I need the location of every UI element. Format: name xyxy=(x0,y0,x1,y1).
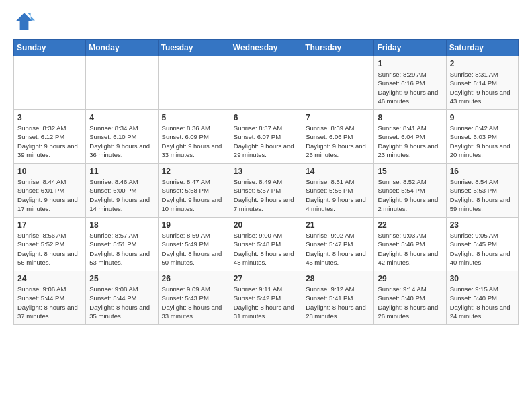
calendar-cell: 2Sunrise: 8:31 AM Sunset: 6:14 PM Daylig… xyxy=(446,56,518,110)
day-info: Sunrise: 8:57 AM Sunset: 5:51 PM Dayligh… xyxy=(89,231,154,267)
calendar-cell: 27Sunrise: 9:11 AM Sunset: 5:42 PM Dayli… xyxy=(230,271,302,325)
weekday-thursday: Thursday xyxy=(302,40,374,56)
calendar-week-3: 17Sunrise: 8:56 AM Sunset: 5:52 PM Dayli… xyxy=(14,218,519,271)
day-info: Sunrise: 9:15 AM Sunset: 5:40 PM Dayligh… xyxy=(450,285,515,320)
day-number: 28 xyxy=(306,274,370,283)
day-info: Sunrise: 9:09 AM Sunset: 5:43 PM Dayligh… xyxy=(162,285,226,320)
day-info: Sunrise: 9:05 AM Sunset: 5:45 PM Dayligh… xyxy=(450,231,515,267)
day-number: 12 xyxy=(162,167,226,176)
day-info: Sunrise: 8:39 AM Sunset: 6:06 PM Dayligh… xyxy=(306,124,370,159)
calendar-cell: 15Sunrise: 8:52 AM Sunset: 5:54 PM Dayli… xyxy=(374,164,446,218)
calendar-cell: 23Sunrise: 9:05 AM Sunset: 5:45 PM Dayli… xyxy=(446,218,518,271)
calendar-cell: 25Sunrise: 9:08 AM Sunset: 5:44 PM Dayli… xyxy=(86,271,158,325)
calendar-cell: 5Sunrise: 8:36 AM Sunset: 6:09 PM Daylig… xyxy=(158,110,230,164)
calendar-week-0: 1Sunrise: 8:29 AM Sunset: 6:16 PM Daylig… xyxy=(14,56,519,110)
day-number: 18 xyxy=(89,220,154,230)
weekday-monday: Monday xyxy=(86,40,158,56)
day-info: Sunrise: 8:36 AM Sunset: 6:09 PM Dayligh… xyxy=(162,124,226,159)
calendar-week-1: 3Sunrise: 8:32 AM Sunset: 6:12 PM Daylig… xyxy=(14,110,519,164)
logo-icon xyxy=(13,11,35,32)
calendar-table: SundayMondayTuesdayWednesdayThursdayFrid… xyxy=(13,39,519,325)
day-number: 27 xyxy=(234,274,298,283)
calendar-cell: 3Sunrise: 8:32 AM Sunset: 6:12 PM Daylig… xyxy=(14,110,86,164)
day-number: 10 xyxy=(17,167,82,176)
day-number: 9 xyxy=(450,113,515,122)
day-number: 29 xyxy=(378,274,442,283)
weekday-friday: Friday xyxy=(374,40,446,56)
day-info: Sunrise: 8:32 AM Sunset: 6:12 PM Dayligh… xyxy=(17,124,82,159)
day-number: 24 xyxy=(17,274,82,283)
day-number: 6 xyxy=(234,113,298,122)
calendar-week-2: 10Sunrise: 8:44 AM Sunset: 6:01 PM Dayli… xyxy=(14,164,519,218)
calendar-cell: 21Sunrise: 9:02 AM Sunset: 5:47 PM Dayli… xyxy=(302,218,374,271)
day-info: Sunrise: 8:47 AM Sunset: 5:58 PM Dayligh… xyxy=(162,177,226,213)
weekday-wednesday: Wednesday xyxy=(230,40,302,56)
day-info: Sunrise: 8:42 AM Sunset: 6:03 PM Dayligh… xyxy=(450,124,515,159)
day-info: Sunrise: 8:54 AM Sunset: 5:53 PM Dayligh… xyxy=(450,177,515,213)
calendar-cell xyxy=(158,56,230,110)
day-number: 26 xyxy=(162,274,226,283)
day-number: 30 xyxy=(450,274,515,283)
day-number: 8 xyxy=(378,113,442,122)
day-info: Sunrise: 8:31 AM Sunset: 6:14 PM Dayligh… xyxy=(450,70,515,105)
calendar-cell: 20Sunrise: 9:00 AM Sunset: 5:48 PM Dayli… xyxy=(230,218,302,271)
day-number: 4 xyxy=(89,113,154,122)
calendar-week-4: 24Sunrise: 9:06 AM Sunset: 5:44 PM Dayli… xyxy=(14,271,519,325)
day-info: Sunrise: 9:00 AM Sunset: 5:48 PM Dayligh… xyxy=(234,231,298,267)
weekday-tuesday: Tuesday xyxy=(158,40,230,56)
day-number: 22 xyxy=(378,220,442,230)
day-info: Sunrise: 8:41 AM Sunset: 6:04 PM Dayligh… xyxy=(378,124,442,159)
calendar-cell: 7Sunrise: 8:39 AM Sunset: 6:06 PM Daylig… xyxy=(302,110,374,164)
calendar-cell: 11Sunrise: 8:46 AM Sunset: 6:00 PM Dayli… xyxy=(86,164,158,218)
calendar-cell: 14Sunrise: 8:51 AM Sunset: 5:56 PM Dayli… xyxy=(302,164,374,218)
calendar-cell: 22Sunrise: 9:03 AM Sunset: 5:46 PM Dayli… xyxy=(374,218,446,271)
calendar-cell: 13Sunrise: 8:49 AM Sunset: 5:57 PM Dayli… xyxy=(230,164,302,218)
calendar-cell: 19Sunrise: 8:59 AM Sunset: 5:49 PM Dayli… xyxy=(158,218,230,271)
day-number: 25 xyxy=(89,274,154,283)
page: SundayMondayTuesdayWednesdayThursdayFrid… xyxy=(0,0,532,411)
day-number: 15 xyxy=(378,167,442,176)
calendar-cell: 4Sunrise: 8:34 AM Sunset: 6:10 PM Daylig… xyxy=(86,110,158,164)
weekday-sunday: Sunday xyxy=(14,40,86,56)
calendar-cell: 12Sunrise: 8:47 AM Sunset: 5:58 PM Dayli… xyxy=(158,164,230,218)
day-info: Sunrise: 8:29 AM Sunset: 6:16 PM Dayligh… xyxy=(378,70,442,105)
day-number: 2 xyxy=(450,59,515,68)
calendar-cell: 8Sunrise: 8:41 AM Sunset: 6:04 PM Daylig… xyxy=(374,110,446,164)
day-number: 16 xyxy=(450,167,515,176)
weekday-saturday: Saturday xyxy=(446,40,518,56)
calendar-header: SundayMondayTuesdayWednesdayThursdayFrid… xyxy=(14,40,519,56)
calendar-cell: 28Sunrise: 9:12 AM Sunset: 5:41 PM Dayli… xyxy=(302,271,374,325)
day-number: 23 xyxy=(450,220,515,230)
calendar-cell: 18Sunrise: 8:57 AM Sunset: 5:51 PM Dayli… xyxy=(86,218,158,271)
day-info: Sunrise: 8:51 AM Sunset: 5:56 PM Dayligh… xyxy=(306,177,370,213)
day-info: Sunrise: 8:37 AM Sunset: 6:07 PM Dayligh… xyxy=(234,124,298,159)
day-number: 1 xyxy=(378,59,442,68)
header xyxy=(13,11,519,32)
day-info: Sunrise: 9:08 AM Sunset: 5:44 PM Dayligh… xyxy=(89,285,154,320)
logo xyxy=(13,11,38,32)
day-info: Sunrise: 9:14 AM Sunset: 5:40 PM Dayligh… xyxy=(378,285,442,320)
calendar-cell: 1Sunrise: 8:29 AM Sunset: 6:16 PM Daylig… xyxy=(374,56,446,110)
day-number: 20 xyxy=(234,220,298,230)
calendar-cell: 6Sunrise: 8:37 AM Sunset: 6:07 PM Daylig… xyxy=(230,110,302,164)
day-number: 13 xyxy=(234,167,298,176)
calendar-cell: 26Sunrise: 9:09 AM Sunset: 5:43 PM Dayli… xyxy=(158,271,230,325)
calendar-cell: 24Sunrise: 9:06 AM Sunset: 5:44 PM Dayli… xyxy=(14,271,86,325)
day-info: Sunrise: 9:03 AM Sunset: 5:46 PM Dayligh… xyxy=(378,231,442,267)
day-info: Sunrise: 8:52 AM Sunset: 5:54 PM Dayligh… xyxy=(378,177,442,213)
calendar-cell xyxy=(14,56,86,110)
calendar-cell: 16Sunrise: 8:54 AM Sunset: 5:53 PM Dayli… xyxy=(446,164,518,218)
calendar-cell xyxy=(230,56,302,110)
day-info: Sunrise: 8:49 AM Sunset: 5:57 PM Dayligh… xyxy=(234,177,298,213)
calendar-cell: 30Sunrise: 9:15 AM Sunset: 5:40 PM Dayli… xyxy=(446,271,518,325)
day-number: 7 xyxy=(306,113,370,122)
day-number: 11 xyxy=(89,167,154,176)
day-info: Sunrise: 9:11 AM Sunset: 5:42 PM Dayligh… xyxy=(234,285,298,320)
calendar-cell: 10Sunrise: 8:44 AM Sunset: 6:01 PM Dayli… xyxy=(14,164,86,218)
calendar-cell: 17Sunrise: 8:56 AM Sunset: 5:52 PM Dayli… xyxy=(14,218,86,271)
weekday-header-row: SundayMondayTuesdayWednesdayThursdayFrid… xyxy=(14,40,519,56)
day-info: Sunrise: 9:12 AM Sunset: 5:41 PM Dayligh… xyxy=(306,285,370,320)
day-number: 14 xyxy=(306,167,370,176)
day-info: Sunrise: 8:59 AM Sunset: 5:49 PM Dayligh… xyxy=(162,231,226,267)
day-number: 5 xyxy=(162,113,226,122)
